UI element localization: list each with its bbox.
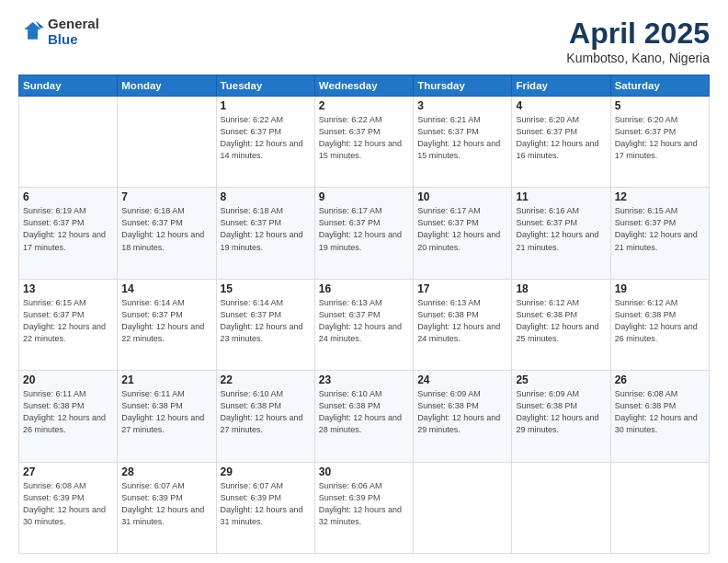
day-number: 26 [615,373,705,386]
calendar-cell [19,97,118,188]
day-info: Sunrise: 6:20 AM Sunset: 6:37 PM Dayligh… [615,114,705,162]
day-info: Sunrise: 6:18 AM Sunset: 6:37 PM Dayligh… [221,205,311,253]
calendar-week-2: 6Sunrise: 6:19 AM Sunset: 6:37 PM Daylig… [19,188,710,279]
calendar-cell: 17Sunrise: 6:13 AM Sunset: 6:38 PM Dayli… [414,279,512,370]
logo-general-text: General [48,17,99,32]
day-number: 29 [221,465,311,478]
day-info: Sunrise: 6:09 AM Sunset: 6:38 PM Dayligh… [417,388,507,436]
day-info: Sunrise: 6:20 AM Sunset: 6:37 PM Dayligh… [516,114,606,162]
calendar-week-3: 13Sunrise: 6:15 AM Sunset: 6:37 PM Dayli… [19,279,710,370]
calendar-cell: 13Sunrise: 6:15 AM Sunset: 6:37 PM Dayli… [19,279,118,370]
day-info: Sunrise: 6:16 AM Sunset: 6:37 PM Dayligh… [516,205,606,253]
day-info: Sunrise: 6:10 AM Sunset: 6:38 PM Dayligh… [221,388,311,436]
day-info: Sunrise: 6:07 AM Sunset: 6:39 PM Dayligh… [221,480,311,528]
day-number: 6 [23,190,113,203]
calendar-cell [118,97,216,188]
calendar-cell: 28Sunrise: 6:07 AM Sunset: 6:39 PM Dayli… [118,462,216,553]
day-info: Sunrise: 6:14 AM Sunset: 6:37 PM Dayligh… [221,297,311,345]
col-monday: Monday [118,75,216,97]
day-info: Sunrise: 6:19 AM Sunset: 6:37 PM Dayligh… [23,205,113,253]
day-number: 30 [319,465,409,478]
calendar-cell: 1Sunrise: 6:22 AM Sunset: 6:37 PM Daylig… [216,97,314,188]
day-number: 13 [23,282,113,295]
calendar-cell: 7Sunrise: 6:18 AM Sunset: 6:37 PM Daylig… [118,188,216,279]
day-info: Sunrise: 6:10 AM Sunset: 6:38 PM Dayligh… [319,388,409,436]
calendar-week-4: 20Sunrise: 6:11 AM Sunset: 6:38 PM Dayli… [19,371,710,462]
page: General Blue April 2025 Kumbotso, Kano, … [0,0,728,563]
calendar-cell: 4Sunrise: 6:20 AM Sunset: 6:37 PM Daylig… [512,97,610,188]
day-info: Sunrise: 6:12 AM Sunset: 6:38 PM Dayligh… [516,297,606,345]
col-sunday: Sunday [19,75,118,97]
calendar-cell: 11Sunrise: 6:16 AM Sunset: 6:37 PM Dayli… [512,188,610,279]
day-number: 10 [417,190,507,203]
day-info: Sunrise: 6:13 AM Sunset: 6:37 PM Dayligh… [319,297,409,345]
calendar-cell: 29Sunrise: 6:07 AM Sunset: 6:39 PM Dayli… [216,462,314,553]
day-number: 5 [615,99,705,112]
calendar-cell: 15Sunrise: 6:14 AM Sunset: 6:37 PM Dayli… [216,279,314,370]
day-info: Sunrise: 6:22 AM Sunset: 6:37 PM Dayligh… [221,114,311,162]
calendar-cell: 20Sunrise: 6:11 AM Sunset: 6:38 PM Dayli… [19,371,118,462]
day-info: Sunrise: 6:09 AM Sunset: 6:38 PM Dayligh… [516,388,606,436]
day-info: Sunrise: 6:08 AM Sunset: 6:38 PM Dayligh… [615,388,705,436]
col-saturday: Saturday [610,75,709,97]
calendar-cell: 10Sunrise: 6:17 AM Sunset: 6:37 PM Dayli… [414,188,512,279]
col-thursday: Thursday [414,75,512,97]
day-number: 4 [516,99,606,112]
day-info: Sunrise: 6:12 AM Sunset: 6:38 PM Dayligh… [615,297,705,345]
calendar-cell: 8Sunrise: 6:18 AM Sunset: 6:37 PM Daylig… [216,188,314,279]
day-info: Sunrise: 6:21 AM Sunset: 6:37 PM Dayligh… [417,114,507,162]
calendar-cell: 2Sunrise: 6:22 AM Sunset: 6:37 PM Daylig… [314,97,413,188]
calendar-cell: 30Sunrise: 6:06 AM Sunset: 6:39 PM Dayli… [314,462,413,553]
calendar-cell: 16Sunrise: 6:13 AM Sunset: 6:37 PM Dayli… [314,279,413,370]
day-info: Sunrise: 6:14 AM Sunset: 6:37 PM Dayligh… [121,297,211,345]
day-number: 18 [516,282,606,295]
calendar-cell [610,462,709,553]
day-number: 1 [221,99,311,112]
col-friday: Friday [512,75,610,97]
day-number: 23 [319,373,409,386]
day-info: Sunrise: 6:15 AM Sunset: 6:37 PM Dayligh… [615,205,705,253]
calendar-cell: 25Sunrise: 6:09 AM Sunset: 6:38 PM Dayli… [512,371,610,462]
calendar-cell: 18Sunrise: 6:12 AM Sunset: 6:38 PM Dayli… [512,279,610,370]
day-number: 17 [417,282,507,295]
header: General Blue April 2025 Kumbotso, Kano, … [18,17,710,65]
day-info: Sunrise: 6:06 AM Sunset: 6:39 PM Dayligh… [319,480,409,528]
day-info: Sunrise: 6:07 AM Sunset: 6:39 PM Dayligh… [121,480,211,528]
day-number: 2 [319,99,409,112]
calendar-header-row: Sunday Monday Tuesday Wednesday Thursday… [19,75,710,97]
calendar-cell: 14Sunrise: 6:14 AM Sunset: 6:37 PM Dayli… [118,279,216,370]
day-info: Sunrise: 6:11 AM Sunset: 6:38 PM Dayligh… [121,388,211,436]
title-block: April 2025 Kumbotso, Kano, Nigeria [566,17,710,65]
day-info: Sunrise: 6:18 AM Sunset: 6:37 PM Dayligh… [121,205,211,253]
day-info: Sunrise: 6:17 AM Sunset: 6:37 PM Dayligh… [319,205,409,253]
day-info: Sunrise: 6:08 AM Sunset: 6:39 PM Dayligh… [23,480,113,528]
calendar-cell: 27Sunrise: 6:08 AM Sunset: 6:39 PM Dayli… [19,462,118,553]
day-number: 27 [23,465,113,478]
calendar-cell: 9Sunrise: 6:17 AM Sunset: 6:37 PM Daylig… [314,188,413,279]
logo: General Blue [18,17,99,47]
title-location: Kumbotso, Kano, Nigeria [566,51,710,65]
day-number: 15 [221,282,311,295]
day-info: Sunrise: 6:22 AM Sunset: 6:37 PM Dayligh… [319,114,409,162]
day-number: 11 [516,190,606,203]
day-number: 9 [319,190,409,203]
day-number: 12 [615,190,705,203]
day-number: 14 [121,282,211,295]
day-number: 7 [121,190,211,203]
day-number: 22 [221,373,311,386]
day-number: 21 [121,373,211,386]
day-number: 25 [516,373,606,386]
calendar-cell: 23Sunrise: 6:10 AM Sunset: 6:38 PM Dayli… [314,371,413,462]
calendar-cell: 3Sunrise: 6:21 AM Sunset: 6:37 PM Daylig… [414,97,512,188]
title-month: April 2025 [566,17,710,51]
day-number: 20 [23,373,113,386]
day-info: Sunrise: 6:15 AM Sunset: 6:37 PM Dayligh… [23,297,113,345]
day-number: 3 [417,99,507,112]
calendar-cell: 24Sunrise: 6:09 AM Sunset: 6:38 PM Dayli… [414,371,512,462]
day-info: Sunrise: 6:17 AM Sunset: 6:37 PM Dayligh… [417,205,507,253]
logo-icon [18,19,44,45]
col-tuesday: Tuesday [216,75,314,97]
day-number: 19 [615,282,705,295]
calendar-cell: 12Sunrise: 6:15 AM Sunset: 6:37 PM Dayli… [610,188,709,279]
day-number: 28 [121,465,211,478]
